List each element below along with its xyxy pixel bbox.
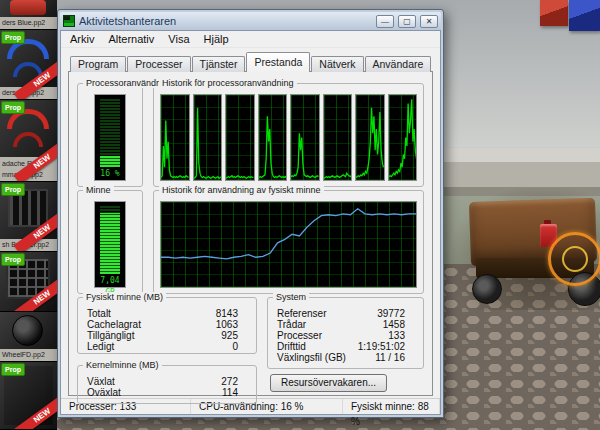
window-title: Aktivitetshanteraren [79,12,372,30]
stat-row: Processer133 [274,330,417,341]
cpu-core-graph [355,94,385,181]
spawn-item[interactable]: Prop NEW adache Rack mmando.pp2 [0,100,57,182]
prop-type-badge: Prop [1,183,25,196]
status-physical-memory: Fysiskt minne: 88 % [343,399,440,414]
blue-cube-prop [569,0,600,31]
stat-row: Tillgängligt925 [84,330,250,341]
cpu-history-group-title: Historik för processoranvändning [159,78,297,88]
task-manager-window: Aktivitetshanteraren — ▢ ✕ Arkiv Alterna… [57,9,444,418]
menu-alternativ[interactable]: Alternativ [101,31,161,47]
tab-program[interactable]: Program [70,56,126,72]
memory-value: 7,04 GB [95,275,125,287]
spawn-item[interactable]: WheelFD.pp2 [0,312,57,362]
tab-anvandare[interactable]: Användare [365,56,432,72]
cpu-core-graph [290,94,320,181]
prop-label: WheelFD.pp2 [0,349,57,361]
memory-history-group: Historik för användning av fysiskt minne [153,190,424,294]
maximize-button[interactable]: ▢ [398,15,416,28]
tab-natverk[interactable]: Nätverk [311,56,363,72]
prop-type-badge: Prop [1,363,25,376]
tab-strip: Program Processer Tjänster Prestanda Nät… [68,52,433,72]
cpu-core-graph [258,94,288,181]
prop-label: ders Blue.pp2 [0,17,57,29]
memory-gauge: 7,04 GB [94,201,126,288]
stat-row: Växlat272 [84,376,250,387]
cpu-history-graphs [160,94,417,181]
close-button[interactable]: ✕ [420,15,438,28]
minimize-button[interactable]: — [376,15,394,28]
menu-arkiv[interactable]: Arkiv [63,31,101,47]
tab-prestanda[interactable]: Prestanda [246,52,310,72]
memory-gauge-group: Minne 7,04 GB [77,190,143,294]
spawn-item[interactable]: Prop NEW [0,252,57,312]
taskmanager-icon [63,15,75,27]
cpu-usage-fill [100,156,120,167]
performance-tab-page: Processoranvändning 16 % Historik för pr… [68,71,433,396]
spawn-item[interactable]: ders Blue.pp2 [0,0,57,30]
spawn-item[interactable]: Prop NEW ders Red.pp2 [0,30,57,100]
cpu-core-graph [225,94,255,181]
physgun-inner-ring [562,246,588,272]
tab-tjanster[interactable]: Tjänster [192,56,246,72]
menu-visa[interactable]: Visa [161,31,196,47]
menu-hjalp[interactable]: Hjälp [197,31,236,47]
menu-bar: Arkiv Alternativ Visa Hjälp [61,31,440,48]
stat-row: Trådar1458 [274,319,417,330]
stat-row: Oväxlat114 [84,387,250,398]
cpu-usage-gauge: 16 % [94,94,126,181]
cpu-core-graph [323,94,353,181]
cpu-core-graph [193,94,223,181]
system-group: System Referenser39772 Trådar1458 Proces… [267,297,424,369]
title-bar[interactable]: Aktivitetshanteraren — ▢ ✕ [60,12,441,30]
stat-row: Växlingsfil (GB)11 / 16 [274,352,417,363]
cpu-usage-value: 16 % [95,168,125,180]
spawn-menu-sidebar: ders Blue.pp2 Prop NEW ders Red.pp2 Prop… [0,0,57,430]
prop-type-badge: Prop [1,253,25,266]
spawn-item[interactable]: Prop NEW [0,362,57,430]
stat-row: Drifttid1:19:51:02 [274,341,417,352]
memory-history-group-title: Historik för användning av fysiskt minne [159,185,324,195]
cpu-history-group: Historik för processoranvändning [153,83,424,187]
red-cube-prop [540,0,568,26]
memory-history-graph [160,201,417,288]
resource-monitor-button[interactable]: Resursövervakaren... [270,374,387,392]
cpu-core-graph [388,94,418,181]
stat-row: Ledigt0 [84,341,250,352]
prop-type-badge: Prop [1,101,25,114]
memory-gauge-group-title: Minne [83,185,114,195]
window-body: Arkiv Alternativ Visa Hjälp Program Proc… [60,30,441,415]
stat-row: Cachelagrat1063 [84,319,250,330]
stat-row: Totalt8143 [84,308,250,319]
cpu-usage-group: Processoranvändning 16 % [77,83,143,187]
cpu-core-graph [160,94,190,181]
tab-processer[interactable]: Processer [127,56,190,72]
stat-row: Referenser39772 [274,308,417,319]
cart-wheel-left [472,274,502,304]
spawn-item[interactable]: Prop NEW sh Bumper.pp2 [0,182,57,252]
prop-type-badge: Prop [1,31,25,44]
physical-memory-group: Fysiskt minne (MB) Totalt8143 Cachelagra… [77,297,257,354]
kernel-memory-group: Kernelminne (MB) Växlat272 Oväxlat114 [77,365,257,404]
tab-container: Program Processer Tjänster Prestanda Nät… [61,48,440,398]
memory-fill [100,213,120,274]
